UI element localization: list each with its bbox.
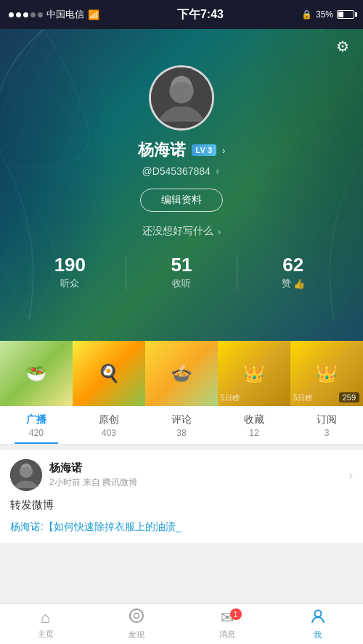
- tab-collect-label: 收藏: [244, 413, 264, 426]
- tab-original-label: 原创: [99, 413, 119, 426]
- tab-subscribe-label: 订阅: [317, 413, 337, 426]
- tab-subscribe-count: 3: [325, 428, 330, 438]
- tab-broadcast[interactable]: 广播 420: [0, 406, 73, 444]
- stat-following[interactable]: 51 收听: [126, 255, 237, 290]
- dot5: [38, 12, 43, 17]
- signal-dots: [9, 12, 43, 17]
- status-bar: 中国电信 📶 下午7:43 🔒 35%: [0, 0, 363, 29]
- avatar-image: [151, 67, 212, 128]
- settings-button[interactable]: ⚙: [331, 35, 354, 58]
- nav-home[interactable]: ⌂ 主页: [0, 604, 91, 644]
- battery-icon: [337, 10, 354, 19]
- listeners-label: 听众: [60, 277, 79, 290]
- username-row: 杨海诺 LV 3 ›: [138, 139, 226, 161]
- tab-original[interactable]: 原创 403: [73, 406, 145, 444]
- userid-label: @D545367884: [142, 165, 210, 177]
- tab-collect-count: 12: [249, 428, 258, 438]
- photo-3-img: 🍲: [145, 341, 218, 406]
- photo-item-3[interactable]: 🍲: [145, 341, 218, 406]
- post-item: 杨海诺 2小时前 来自 腾讯微博 › 转发微博 杨海诺:【如何快速除掉衣服上的油…: [0, 450, 363, 544]
- message-badge: 1: [230, 608, 242, 620]
- discover-icon: [129, 608, 144, 628]
- tab-comment-count: 38: [176, 428, 186, 438]
- post-time-source: 2小时前 来自 腾讯微博: [49, 476, 341, 489]
- profile-content: 杨海诺 LV 3 › @D545367884 ♀ 编辑资料 还没想好写什么 › …: [0, 29, 363, 341]
- battery-fill: [338, 12, 343, 17]
- bottom-nav: ⌂ 主页 发现 ✉ 1 消息 我: [0, 603, 363, 644]
- bio-row[interactable]: 还没想好写什么 ›: [142, 225, 221, 238]
- photo-item-4[interactable]: 👑 5日榜: [218, 341, 290, 406]
- svg-point-6: [314, 611, 321, 617]
- dot3: [23, 12, 28, 17]
- tab-broadcast-label: 广播: [26, 413, 46, 426]
- dot2: [16, 12, 21, 17]
- status-left: 中国电信 📶: [9, 8, 99, 21]
- post-detail-arrow-icon[interactable]: ›: [348, 468, 353, 483]
- dot1: [9, 12, 14, 17]
- nav-message[interactable]: ✉ 1 消息: [182, 604, 272, 644]
- tab-comment[interactable]: 评论 38: [145, 406, 218, 444]
- bio-arrow-icon: ›: [218, 226, 221, 237]
- lock-icon: 🔒: [301, 9, 312, 20]
- photo-item-2[interactable]: 🍳: [73, 341, 145, 406]
- tab-broadcast-count: 420: [29, 428, 44, 438]
- level-badge: LV 3: [192, 144, 216, 156]
- carrier-label: 中国电信: [46, 8, 84, 21]
- post-avatar-image: [10, 459, 42, 491]
- time-display: 下午7:43: [177, 7, 224, 22]
- post-link[interactable]: 杨海诺:【如何快速除掉衣服上的油渍_: [10, 519, 353, 534]
- profile-header: ⚙ 杨海诺 LV 3 ›: [0, 29, 363, 341]
- post-header: 杨海诺 2小时前 来自 腾讯微博 ›: [10, 459, 353, 491]
- stat-likes[interactable]: 62 赞 👍: [237, 255, 348, 290]
- tab-subscribe[interactable]: 订阅 3: [290, 406, 363, 444]
- nav-home-label: 主页: [38, 629, 54, 640]
- nav-discover[interactable]: 发现: [91, 604, 182, 644]
- post-meta: 杨海诺 2小时前 来自 腾讯微博: [49, 461, 341, 489]
- nav-message-label: 消息: [219, 629, 235, 640]
- likes-count: 62: [282, 255, 303, 274]
- photo-2-img: 🍳: [73, 341, 145, 406]
- tabs-bar: 广播 420 原创 403 评论 38 收藏 12 订阅 3: [0, 406, 363, 445]
- tab-original-count: 403: [102, 428, 116, 438]
- nav-me-label: 我: [314, 629, 322, 640]
- edit-profile-button[interactable]: 编辑资料: [140, 189, 223, 212]
- gender-icon: ♀: [214, 166, 221, 177]
- post-author-avatar[interactable]: [10, 459, 42, 491]
- userid-row: @D545367884 ♀: [142, 165, 221, 177]
- photo-label-5: 5日榜: [293, 393, 312, 403]
- thumb-up-icon: 👍: [293, 278, 305, 289]
- following-count: 51: [171, 255, 192, 274]
- photo-label-4: 5日榜: [221, 393, 240, 403]
- svg-point-5: [134, 614, 139, 619]
- stat-listeners[interactable]: 190 听众: [15, 255, 126, 290]
- photo-1-img: 🥗: [0, 341, 73, 406]
- stats-row: 190 听众 51 收听 62 赞 👍: [0, 255, 363, 290]
- post-author-name: 杨海诺: [49, 461, 341, 475]
- photo-item-1[interactable]: 🥗: [0, 341, 73, 406]
- home-icon: ⌂: [41, 608, 50, 627]
- feed-area: 杨海诺 2小时前 来自 腾讯微博 › 转发微博 杨海诺:【如何快速除掉衣服上的油…: [0, 450, 363, 544]
- tab-comment-label: 评论: [171, 413, 192, 426]
- bio-text: 还没想好写什么: [142, 225, 213, 238]
- likes-label: 赞 👍: [282, 277, 305, 290]
- content-area: ⚙ 杨海诺 LV 3 ›: [0, 29, 363, 590]
- svg-point-4: [130, 609, 143, 622]
- photo-count-badge: 259: [339, 392, 359, 402]
- following-label: 收听: [172, 277, 191, 290]
- listeners-count: 190: [54, 255, 86, 274]
- photo-item-5[interactable]: 👑 5日榜 259: [290, 341, 363, 406]
- dot4: [30, 12, 36, 17]
- wifi-icon: 📶: [88, 9, 99, 20]
- status-right: 🔒 35%: [301, 9, 354, 20]
- username-label: 杨海诺: [138, 139, 186, 161]
- arrow-right-icon: ›: [222, 145, 225, 156]
- battery-label: 35%: [316, 9, 333, 20]
- user-avatar[interactable]: [149, 65, 214, 131]
- nav-me[interactable]: 我: [272, 604, 363, 644]
- me-icon: [310, 608, 326, 628]
- post-title: 转发微博: [10, 497, 353, 513]
- nav-discover-label: 发现: [129, 629, 144, 640]
- tab-collect[interactable]: 收藏 12: [218, 406, 290, 444]
- photo-strip: 🥗 🍳 🍲 👑 5日榜 👑 5日榜 259: [0, 341, 363, 406]
